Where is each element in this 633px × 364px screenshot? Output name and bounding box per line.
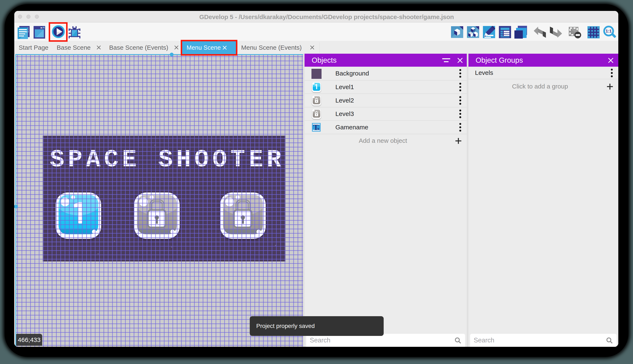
svg-text:1:1: 1:1 [606, 29, 612, 33]
